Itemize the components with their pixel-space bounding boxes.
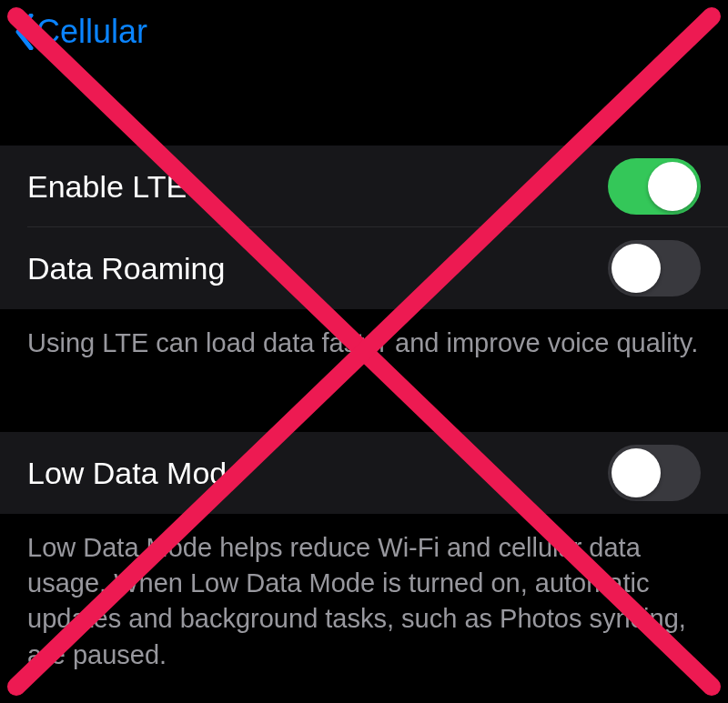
row-enable-lte: Enable LTE xyxy=(0,146,728,227)
group-footer-lte: Using LTE can load data faster and impro… xyxy=(0,309,728,383)
row-label-lte: Enable LTE xyxy=(27,169,187,205)
row-low-data-mode: Low Data Mode xyxy=(0,432,728,514)
nav-bar: Cellular xyxy=(0,0,728,64)
toggle-knob xyxy=(612,244,661,293)
back-button-label[interactable]: Cellular xyxy=(36,13,147,51)
section-spacer xyxy=(0,383,728,432)
row-data-roaming: Data Roaming xyxy=(0,227,728,309)
toggle-knob xyxy=(648,162,697,211)
section-spacer xyxy=(0,64,728,146)
toggle-enable-lte[interactable] xyxy=(608,158,701,215)
toggle-data-roaming[interactable] xyxy=(608,240,701,296)
group-footer-lowdata: Low Data Mode helps reduce Wi-Fi and cel… xyxy=(0,514,728,695)
toggle-knob xyxy=(612,448,661,497)
row-label-lowdata: Low Data Mode xyxy=(27,456,244,491)
settings-group-lowdata: Low Data Mode xyxy=(0,432,728,514)
settings-group-network: Enable LTE Data Roaming xyxy=(0,146,728,309)
toggle-low-data-mode[interactable] xyxy=(608,445,701,501)
chevron-left-icon[interactable] xyxy=(11,12,38,52)
row-label-roaming: Data Roaming xyxy=(27,251,225,286)
